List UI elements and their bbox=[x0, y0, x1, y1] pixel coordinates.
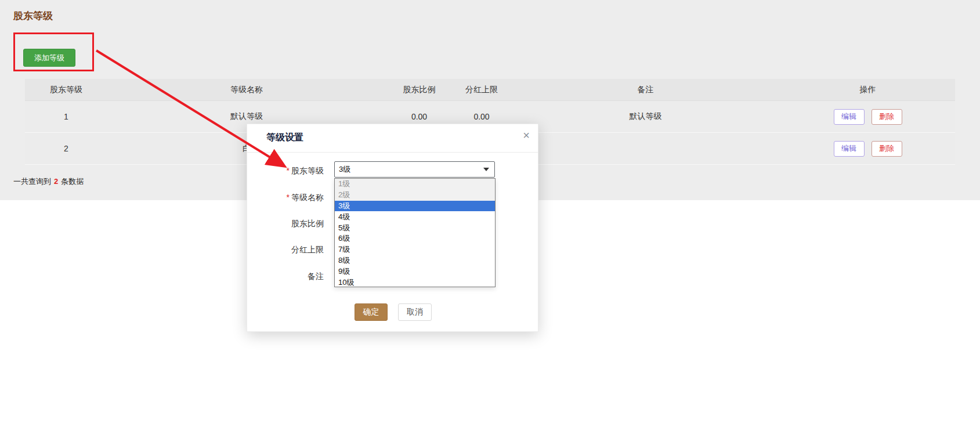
dropdown-option[interactable]: 6级 bbox=[335, 233, 495, 244]
dropdown-option[interactable]: 7级 bbox=[335, 244, 495, 255]
label-shareholder-level: *股东等级 bbox=[258, 166, 324, 176]
result-summary: 一共查询到2条数据 bbox=[13, 176, 84, 187]
summary-suffix: 条数据 bbox=[61, 177, 84, 186]
header-action: 操作 bbox=[780, 85, 955, 95]
level-select-dropdown: 1级 2级 3级 4级 5级 6级 7级 8级 9级 10级 bbox=[334, 178, 496, 287]
page-title: 股东等级 bbox=[13, 9, 53, 23]
header-cap: 分红上限 bbox=[453, 85, 511, 95]
cell-ratio: 0.00 bbox=[386, 112, 453, 121]
cell-level: 1 bbox=[25, 112, 107, 121]
label-dividend-cap: 分红上限 bbox=[258, 245, 324, 255]
modal-title: 等级设置 bbox=[266, 132, 303, 144]
dropdown-option[interactable]: 10级 bbox=[335, 277, 495, 288]
dropdown-option[interactable]: 8级 bbox=[335, 255, 495, 266]
summary-prefix: 一共查询到 bbox=[13, 177, 51, 186]
cell-level: 2 bbox=[25, 144, 107, 153]
header-ratio: 股东比例 bbox=[386, 85, 453, 95]
dropdown-option[interactable]: 2级 bbox=[335, 190, 495, 201]
annotation-highlight-box bbox=[13, 32, 94, 71]
result-count: 2 bbox=[54, 177, 58, 186]
dropdown-option[interactable]: 5级 bbox=[335, 222, 495, 233]
close-icon[interactable]: × bbox=[523, 129, 530, 141]
select-value: 3级 bbox=[339, 164, 350, 175]
dropdown-option[interactable]: 4级 bbox=[335, 211, 495, 222]
header-level: 股东等级 bbox=[25, 85, 107, 95]
header-name: 等级名称 bbox=[107, 85, 386, 95]
label-remark: 备注 bbox=[258, 272, 324, 282]
required-marker: * bbox=[287, 193, 290, 202]
header-remark: 备注 bbox=[511, 85, 780, 95]
edit-button[interactable]: 编辑 bbox=[834, 141, 865, 157]
edit-button[interactable]: 编辑 bbox=[834, 109, 865, 125]
delete-button[interactable]: 删除 bbox=[871, 141, 902, 157]
label-level-name: *等级名称 bbox=[258, 193, 324, 203]
level-settings-modal: 等级设置 × *股东等级 *等级名称 股东比例 分红上限 备注 3级 1级 2级… bbox=[247, 124, 538, 332]
dropdown-option[interactable]: 9级 bbox=[335, 266, 495, 277]
dropdown-option-selected[interactable]: 3级 bbox=[335, 201, 495, 212]
delete-button[interactable]: 删除 bbox=[871, 109, 902, 125]
cell-actions: 编辑 删除 bbox=[780, 141, 955, 157]
modal-divider bbox=[247, 152, 538, 153]
cell-remark: 默认等级 bbox=[511, 111, 780, 122]
confirm-button[interactable]: 确定 bbox=[355, 303, 388, 321]
cell-actions: 编辑 删除 bbox=[780, 109, 955, 125]
cancel-button[interactable]: 取消 bbox=[398, 303, 432, 321]
cell-name: 默认等级 bbox=[107, 111, 386, 122]
required-marker: * bbox=[287, 166, 290, 175]
cell-cap: 0.00 bbox=[453, 112, 511, 121]
dropdown-option[interactable]: 1级 bbox=[335, 179, 495, 190]
shareholder-level-select[interactable]: 3级 bbox=[334, 161, 495, 178]
label-shareholder-ratio: 股东比例 bbox=[258, 219, 324, 229]
chevron-down-icon bbox=[483, 168, 489, 171]
table-header-row: 股东等级 等级名称 股东比例 分红上限 备注 操作 bbox=[25, 79, 955, 101]
